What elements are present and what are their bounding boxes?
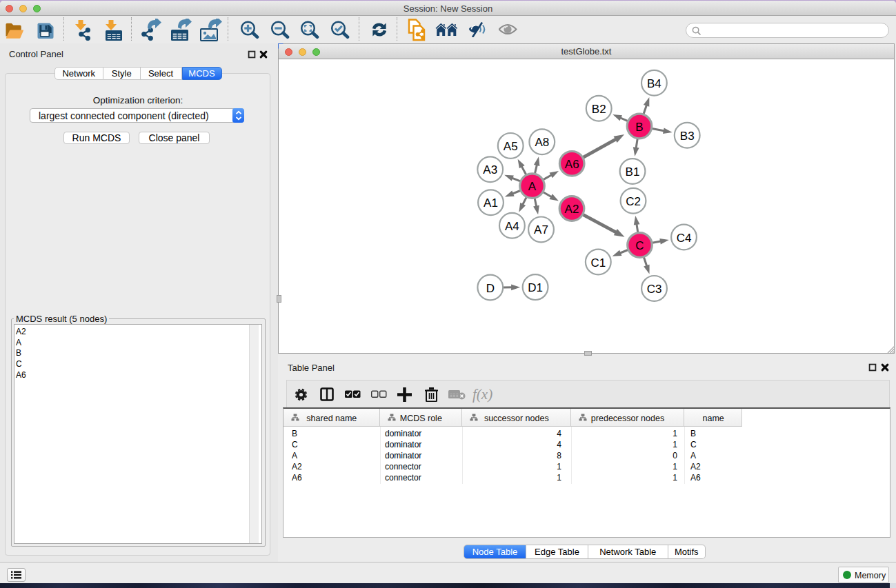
- svg-text:A5: A5: [504, 140, 518, 153]
- svg-text:B1: B1: [626, 165, 640, 179]
- svg-text:A2: A2: [565, 203, 579, 216]
- svg-text:A6: A6: [565, 158, 579, 171]
- svg-text:B3: B3: [680, 130, 695, 143]
- svg-text:B: B: [635, 121, 643, 134]
- svg-text:A3: A3: [483, 163, 497, 176]
- svg-text:A: A: [528, 180, 537, 193]
- svg-text:A4: A4: [505, 220, 519, 233]
- svg-text:D1: D1: [528, 281, 543, 294]
- svg-text:C2: C2: [626, 195, 641, 208]
- svg-text:A1: A1: [484, 196, 498, 210]
- svg-text:A7: A7: [534, 223, 548, 236]
- svg-text:D: D: [486, 282, 495, 295]
- svg-text:C1: C1: [590, 256, 606, 270]
- svg-text:C3: C3: [647, 283, 662, 296]
- svg-text:B4: B4: [647, 77, 661, 90]
- svg-text:B2: B2: [592, 103, 606, 116]
- svg-text:C4: C4: [677, 232, 692, 245]
- svg-text:C: C: [635, 239, 644, 252]
- svg-text:A8: A8: [535, 136, 549, 149]
